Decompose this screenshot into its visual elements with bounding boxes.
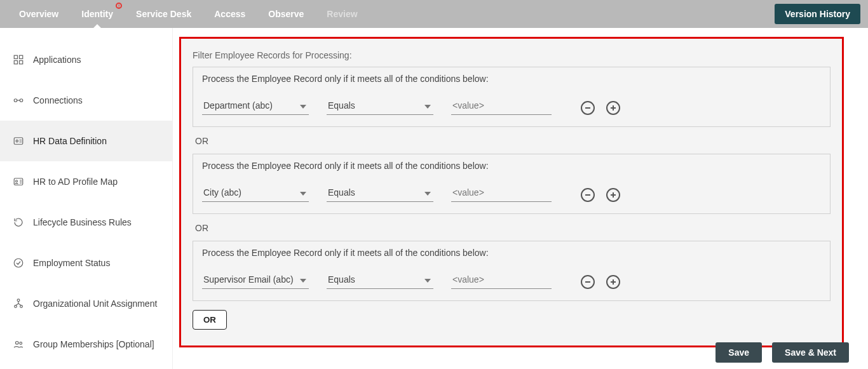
condition-group: Process the Employee Record only if it m… xyxy=(193,154,831,214)
profile-map-icon xyxy=(13,176,24,187)
condition-row: Department (abc) Equals <value> xyxy=(202,98,821,115)
sidebar-item-lifecycle-rules[interactable]: Lifecycle Business Rules xyxy=(0,202,172,243)
svg-point-11 xyxy=(17,299,20,302)
operator-value: Equals xyxy=(328,187,355,198)
value-input[interactable]: <value> xyxy=(451,185,552,202)
sidebar-item-connections[interactable]: Connections xyxy=(0,80,172,121)
svg-rect-3 xyxy=(20,61,23,64)
svg-point-15 xyxy=(20,342,22,345)
tab-observe[interactable]: Observe xyxy=(257,0,315,28)
svg-point-14 xyxy=(16,342,19,345)
sidebar-item-hr-to-ad-map[interactable]: HR to AD Profile Map xyxy=(0,161,172,202)
chevron-down-icon xyxy=(300,276,306,286)
svg-point-7 xyxy=(16,140,18,142)
tab-overview[interactable]: Overview xyxy=(8,0,70,28)
svg-rect-18 xyxy=(611,107,616,109)
svg-point-4 xyxy=(14,99,17,102)
tab-review[interactable]: Review xyxy=(315,0,369,28)
chevron-down-icon xyxy=(300,189,306,199)
svg-rect-16 xyxy=(585,107,590,109)
remove-condition-button[interactable] xyxy=(581,188,595,202)
chevron-down-icon xyxy=(424,189,431,199)
chevron-down-icon xyxy=(424,276,431,286)
operator-select[interactable]: Equals xyxy=(327,185,433,202)
apps-icon xyxy=(13,54,24,65)
svg-point-9 xyxy=(16,180,18,182)
attribute-select[interactable]: City (abc) xyxy=(202,185,309,202)
checkmark-circle-icon xyxy=(13,257,24,269)
chevron-down-icon xyxy=(424,102,431,112)
group-icon xyxy=(13,339,24,350)
footer-actions: Save Save & Next xyxy=(715,342,849,363)
or-separator: OR xyxy=(195,136,828,146)
tab-identity[interactable]: Identity ! xyxy=(70,0,125,28)
or-separator: OR xyxy=(195,223,828,233)
tab-service-desk[interactable]: Service Desk xyxy=(125,0,203,28)
tab-access[interactable]: Access xyxy=(203,0,257,28)
attribute-select[interactable]: Department (abc) xyxy=(202,98,309,115)
value-input[interactable]: <value> xyxy=(451,272,552,289)
sidebar-item-label: HR to AD Profile Map xyxy=(33,177,118,187)
filter-panel: Filter Employee Records for Processing: … xyxy=(179,37,844,347)
sidebar-item-hr-data-definition[interactable]: HR Data Definition xyxy=(0,121,172,161)
add-condition-button[interactable] xyxy=(606,275,620,289)
operator-select[interactable]: Equals xyxy=(327,272,433,289)
sidebar: Applications Connections HR Data Definit… xyxy=(0,28,173,369)
top-bar: Overview Identity ! Service Desk Access … xyxy=(0,0,868,28)
svg-rect-24 xyxy=(611,281,616,283)
add-condition-button[interactable] xyxy=(606,101,620,115)
sidebar-item-label: Group Memberships [Optional] xyxy=(33,339,154,349)
sidebar-item-employment-status[interactable]: Employment Status xyxy=(0,243,172,283)
condition-group-label: Process the Employee Record only if it m… xyxy=(202,248,821,258)
remove-condition-button[interactable] xyxy=(581,101,595,115)
save-button[interactable]: Save xyxy=(715,342,762,363)
add-condition-button[interactable] xyxy=(606,188,620,202)
condition-group-label: Process the Employee Record only if it m… xyxy=(202,161,821,171)
value-placeholder: <value> xyxy=(452,100,484,111)
svg-point-10 xyxy=(14,258,23,267)
value-input[interactable]: <value> xyxy=(451,98,552,115)
save-next-button[interactable]: Save & Next xyxy=(772,342,849,363)
condition-group: Process the Employee Record only if it m… xyxy=(193,241,831,301)
svg-rect-21 xyxy=(611,194,616,196)
sidebar-item-label: HR Data Definition xyxy=(33,136,107,146)
remove-condition-button[interactable] xyxy=(581,275,595,289)
attribute-value: Supervisor Email (abc) xyxy=(203,274,294,285)
condition-group-label: Process the Employee Record only if it m… xyxy=(202,74,821,84)
sidebar-item-applications[interactable]: Applications xyxy=(0,39,172,80)
sidebar-item-label: Lifecycle Business Rules xyxy=(33,217,132,227)
attribute-select[interactable]: Supervisor Email (abc) xyxy=(202,272,309,289)
add-or-group-button[interactable]: OR xyxy=(193,310,227,330)
chevron-down-icon xyxy=(300,102,306,112)
alert-icon: ! xyxy=(116,3,122,9)
operator-select[interactable]: Equals xyxy=(327,98,433,115)
operator-value: Equals xyxy=(328,274,355,285)
sidebar-item-label: Applications xyxy=(33,55,81,65)
svg-point-12 xyxy=(15,305,17,308)
sidebar-item-group-memberships[interactable]: Group Memberships [Optional] xyxy=(0,324,172,365)
filter-title: Filter Employee Records for Processing: xyxy=(193,50,831,60)
sidebar-item-label: Connections xyxy=(33,95,83,105)
svg-point-5 xyxy=(20,99,23,102)
svg-rect-22 xyxy=(585,281,590,283)
condition-row: Supervisor Email (abc) Equals <value> xyxy=(202,272,821,289)
cycle-icon xyxy=(13,217,24,228)
value-placeholder: <value> xyxy=(452,274,484,285)
operator-value: Equals xyxy=(328,100,355,111)
svg-rect-2 xyxy=(14,61,17,64)
link-icon xyxy=(13,95,24,106)
version-history-button[interactable]: Version History xyxy=(775,4,860,24)
sidebar-item-ou-assignment[interactable]: Organizational Unit Assignment xyxy=(0,283,172,324)
org-icon xyxy=(13,298,24,309)
value-placeholder: <value> xyxy=(452,187,484,198)
tab-identity-label: Identity xyxy=(81,9,113,19)
svg-rect-19 xyxy=(585,194,590,196)
top-tabs: Overview Identity ! Service Desk Access … xyxy=(8,0,369,28)
sidebar-item-label: Employment Status xyxy=(33,258,110,268)
condition-group: Process the Employee Record only if it m… xyxy=(193,67,831,127)
svg-point-13 xyxy=(20,305,23,308)
attribute-value: City (abc) xyxy=(203,187,241,198)
attribute-value: Department (abc) xyxy=(203,100,273,111)
main-content: Filter Employee Records for Processing: … xyxy=(173,28,868,369)
sidebar-item-label: Organizational Unit Assignment xyxy=(33,299,157,309)
